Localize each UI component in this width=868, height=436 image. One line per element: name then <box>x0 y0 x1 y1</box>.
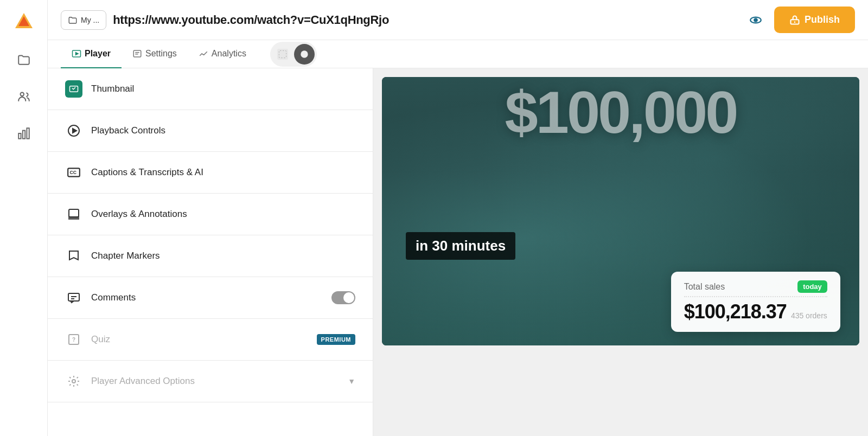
sidebar-item-analytics[interactable] <box>12 121 36 145</box>
advanced-chevron: ▼ <box>348 377 355 386</box>
advanced-icon <box>65 373 82 390</box>
publish-label: Publish <box>805 14 840 25</box>
tab-settings[interactable]: Settings <box>122 40 188 68</box>
playback-icon <box>65 122 82 139</box>
svg-rect-23 <box>69 209 79 217</box>
menu-item-quiz[interactable]: ? Quiz PREMIUM <box>48 319 373 361</box>
svg-text:?: ? <box>72 337 75 343</box>
sales-row: $100,218.37 435 orders <box>684 300 827 323</box>
sales-amount: $100,218.37 <box>684 300 787 323</box>
theme-toggle[interactable] <box>270 42 317 67</box>
svg-point-7 <box>754 18 757 21</box>
quiz-icon: ? <box>65 331 82 348</box>
overlays-icon <box>65 206 82 223</box>
theme-light[interactable] <box>272 44 293 65</box>
svg-rect-5 <box>27 128 29 139</box>
dotted-divider <box>684 296 827 297</box>
menu-item-advanced[interactable]: Player Advanced Options ▼ <box>48 361 373 402</box>
playback-label: Playback Controls <box>91 125 355 136</box>
folder-button[interactable]: My ... <box>61 10 106 30</box>
chapters-label: Chapter Markers <box>91 251 355 261</box>
svg-point-17 <box>301 50 308 57</box>
svg-point-2 <box>20 92 24 96</box>
thumbnail-icon <box>65 80 82 98</box>
content-area: Thumbnail Playback Controls CC <box>48 68 868 436</box>
main-content: My ... https://www.youtube.com/watch?v=C… <box>48 0 868 436</box>
menu-item-captions[interactable]: CC Captions & Transcripts & AI <box>48 152 373 194</box>
tabbar: Player Settings Analytics <box>48 40 868 68</box>
svg-text:CC: CC <box>69 170 76 175</box>
quiz-label: Quiz <box>91 334 308 345</box>
url-display: https://www.youtube.com/watch?v=CuX1qHng… <box>113 13 737 27</box>
topbar: My ... https://www.youtube.com/watch?v=C… <box>48 0 868 40</box>
svg-point-30 <box>72 380 75 383</box>
sidebar-item-folder[interactable] <box>12 48 36 72</box>
captions-icon: CC <box>65 164 82 181</box>
tab-player-label: Player <box>85 49 111 59</box>
menu-item-playback[interactable]: Playback Controls <box>48 110 373 152</box>
svg-rect-3 <box>18 133 21 139</box>
logo[interactable] <box>11 9 37 35</box>
overlays-label: Overlays & Annotations <box>91 209 355 220</box>
thumbnail-label: Thumbnail <box>91 84 355 94</box>
svg-rect-24 <box>69 217 79 219</box>
left-panel: Thumbnail Playback Controls CC <box>48 68 373 436</box>
menu-item-comments[interactable]: Comments <box>48 277 373 319</box>
svg-marker-20 <box>73 129 76 133</box>
orders-count: 435 orders <box>791 311 827 320</box>
sales-card: Total sales today $100,218.37 435 orders <box>671 272 840 332</box>
comments-label: Comments <box>91 292 323 303</box>
comments-icon <box>65 289 82 306</box>
tab-analytics[interactable]: Analytics <box>188 40 257 68</box>
sidebar <box>0 0 48 436</box>
advanced-label: Player Advanced Options <box>91 376 339 387</box>
right-panel: $100,000 in 30 minutes Total sales today… <box>373 68 868 436</box>
comments-toggle[interactable] <box>331 291 355 304</box>
preview-button[interactable] <box>744 8 768 32</box>
theme-dark[interactable] <box>294 44 315 65</box>
captions-label: Captions & Transcripts & AI <box>91 167 355 178</box>
tab-analytics-label: Analytics <box>212 49 246 59</box>
sales-label: Total sales <box>684 282 725 292</box>
sales-card-header: Total sales today <box>684 280 827 293</box>
premium-badge: PREMIUM <box>317 334 355 345</box>
svg-rect-4 <box>22 131 24 139</box>
menu-item-thumbnail[interactable]: Thumbnail <box>48 68 373 110</box>
tab-player[interactable]: Player <box>61 40 122 68</box>
svg-marker-11 <box>76 53 79 55</box>
publish-button[interactable]: Publish <box>774 7 855 33</box>
menu-item-chapters[interactable]: Chapter Markers <box>48 235 373 277</box>
big-dollar-amount: $100,000 <box>382 82 859 142</box>
folder-label: My ... <box>81 16 99 24</box>
sidebar-item-users[interactable] <box>12 85 36 108</box>
tab-settings-label: Settings <box>145 49 177 59</box>
chapters-icon <box>65 247 82 265</box>
video-subtitle: in 30 minutes <box>406 232 515 260</box>
menu-item-overlays[interactable]: Overlays & Annotations <box>48 194 373 235</box>
video-preview: $100,000 in 30 minutes Total sales today… <box>382 77 859 345</box>
today-badge: today <box>797 280 827 293</box>
